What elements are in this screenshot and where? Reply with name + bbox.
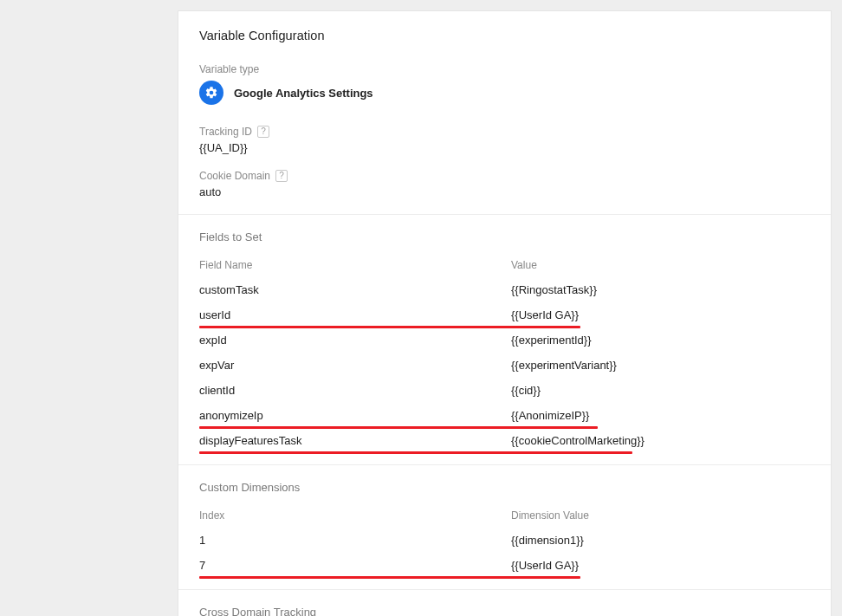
dimension-index: 1 xyxy=(199,534,511,547)
dims-header-row: Index Dimension Value xyxy=(199,509,810,522)
custom-dimensions-title: Custom Dimensions xyxy=(199,481,810,494)
divider xyxy=(178,464,831,465)
divider xyxy=(178,589,831,590)
fields-header-row: Field Name Value xyxy=(199,259,810,271)
field-value: {{cid}} xyxy=(511,384,810,397)
variable-type-row[interactable]: Google Analytics Settings xyxy=(199,81,810,105)
field-name: userId xyxy=(199,308,511,321)
tracking-id-label: Tracking ID xyxy=(199,126,252,138)
field-value: {{experimentVariant}} xyxy=(511,359,810,372)
dims-header-value: Dimension Value xyxy=(511,509,810,522)
cookie-domain-label: Cookie Domain xyxy=(199,170,270,182)
cross-domain-title: Cross Domain Tracking xyxy=(199,606,810,616)
field-value: {{UserId GA}} xyxy=(511,308,810,321)
fields-to-set-title: Fields to Set xyxy=(199,230,810,243)
field-row: userId {{UserId GA}} xyxy=(199,308,810,334)
variable-type-label: Variable type xyxy=(199,63,810,75)
highlight-underline xyxy=(199,426,598,429)
fields-header-field: Field Name xyxy=(199,259,511,271)
field-value: {{experimentId}} xyxy=(511,334,810,347)
tracking-id-value: {{UA_ID}} xyxy=(199,141,810,154)
field-row: expVar {{experimentVariant}} xyxy=(199,359,810,384)
field-value: {{RingostatTask}} xyxy=(511,283,810,296)
field-name: anonymizeIp xyxy=(199,409,511,422)
field-name: clientId xyxy=(199,384,511,397)
help-icon[interactable]: ? xyxy=(275,170,288,182)
field-name: customTask xyxy=(199,283,511,296)
cookie-domain-block: Cookie Domain ? auto xyxy=(199,170,810,198)
field-row: expId {{experimentId}} xyxy=(199,334,810,359)
gear-icon xyxy=(199,81,223,105)
dimension-row: 7 {{UserId GA}} xyxy=(199,559,810,584)
highlight-underline xyxy=(199,451,632,454)
field-row: clientId {{cid}} xyxy=(199,384,810,409)
field-name: displayFeaturesTask xyxy=(199,434,511,447)
card-title: Variable Configuration xyxy=(199,29,810,42)
fields-header-value: Value xyxy=(511,259,810,271)
field-name: expId xyxy=(199,334,511,347)
field-row: anonymizeIp {{AnonimizeIP}} xyxy=(199,409,810,434)
field-name: expVar xyxy=(199,359,511,372)
dimension-row: 1 {{dimension1}} xyxy=(199,534,810,559)
dims-header-index: Index xyxy=(199,509,511,522)
divider xyxy=(178,214,831,215)
dimension-value: {{dimension1}} xyxy=(511,534,810,547)
dimension-index: 7 xyxy=(199,559,511,572)
field-row: displayFeaturesTask {{cookieControlMarke… xyxy=(199,434,810,459)
cookie-domain-value: auto xyxy=(199,185,810,198)
highlight-underline xyxy=(199,326,580,328)
dimension-value: {{UserId GA}} xyxy=(511,559,810,572)
variable-type-name: Google Analytics Settings xyxy=(234,87,373,100)
tracking-id-block: Tracking ID ? {{UA_ID}} xyxy=(199,126,810,154)
field-value: {{AnonimizeIP}} xyxy=(511,409,810,422)
help-icon[interactable]: ? xyxy=(257,126,269,138)
highlight-underline xyxy=(199,576,580,579)
field-row: customTask {{RingostatTask}} xyxy=(199,283,810,308)
variable-configuration-card: Variable Configuration Variable type Goo… xyxy=(178,10,832,616)
field-value: {{cookieControlMarketing}} xyxy=(511,434,810,447)
